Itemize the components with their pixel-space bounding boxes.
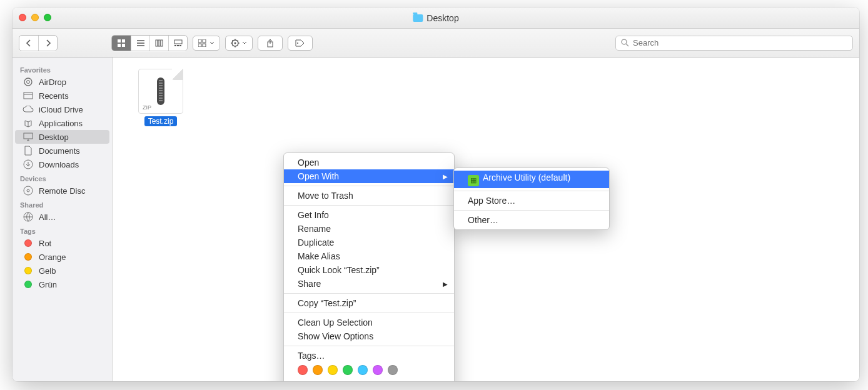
tag-dot-icon: [24, 267, 32, 274]
sidebar-item-label: All…: [39, 212, 56, 222]
svg-rect-12: [203, 39, 206, 42]
desktop-icon: [23, 132, 34, 142]
menu-move-to-trash[interactable]: Move to Trash: [284, 189, 454, 202]
sidebar-item-airdrop[interactable]: AirDrop: [15, 75, 109, 89]
svg-rect-10: [179, 45, 181, 46]
tag-color-gray[interactable]: [388, 365, 398, 375]
menu-make-alias[interactable]: Make Alias: [284, 249, 454, 263]
svg-rect-13: [198, 44, 201, 47]
menu-share[interactable]: Share▶: [284, 277, 454, 291]
close-button[interactable]: [19, 14, 26, 21]
minimize-button[interactable]: [31, 14, 39, 21]
tag-dot-icon: [24, 281, 32, 288]
sidebar-item-label: Rot: [39, 239, 51, 248]
sidebar-item-applications[interactable]: Applications: [15, 116, 109, 130]
menu-duplicate[interactable]: Duplicate: [284, 236, 454, 249]
sidebar-item-icloud[interactable]: iCloud Drive: [15, 102, 109, 116]
menu-open[interactable]: Open: [284, 156, 454, 169]
menu-get-info[interactable]: Get Info: [284, 208, 454, 222]
folder-icon: [413, 14, 423, 22]
sidebar-item-remotedisc[interactable]: Remote Disc: [15, 184, 109, 198]
svg-point-21: [27, 81, 30, 84]
sidebar-item-tag-green[interactable]: Grün: [15, 278, 109, 291]
context-menu: Open Open With▶ Move to Trash Get Info R…: [283, 152, 455, 381]
menu-separator: [454, 210, 609, 211]
share-button[interactable]: [258, 36, 283, 51]
view-segment: [111, 35, 188, 51]
sidebar-heading-tags: Tags: [13, 224, 112, 236]
maximize-button[interactable]: [44, 14, 51, 21]
airdrop-icon: [23, 77, 34, 87]
svg-point-20: [24, 78, 32, 86]
menu-tag-colors: [284, 362, 454, 380]
svg-rect-5: [158, 40, 160, 46]
svg-point-25: [24, 186, 33, 195]
search-input[interactable]: [633, 38, 847, 48]
sidebar-item-tag-orange[interactable]: Orange: [15, 250, 109, 264]
menu-tags[interactable]: Tags…: [284, 349, 454, 362]
sidebar-item-label: iCloud Drive: [39, 105, 83, 114]
submenu-arrow-icon: ▶: [443, 173, 448, 180]
tag-color-orange[interactable]: [313, 365, 323, 375]
menu-rename[interactable]: Rename: [284, 222, 454, 236]
tag-color-blue[interactable]: [358, 365, 368, 375]
tag-color-green[interactable]: [343, 365, 353, 375]
svg-point-26: [27, 189, 29, 192]
sidebar-item-desktop[interactable]: Desktop: [15, 130, 109, 144]
menu-copy[interactable]: Copy “Test.zip”: [284, 296, 454, 310]
svg-rect-22: [24, 92, 33, 99]
svg-rect-23: [24, 133, 33, 139]
gallery-view-button[interactable]: [168, 36, 187, 51]
traffic-lights: [19, 14, 51, 21]
archive-utility-icon: ▦: [468, 175, 479, 186]
menu-separator: [284, 205, 454, 206]
menu-separator: [284, 186, 454, 186]
tag-color-red[interactable]: [298, 365, 308, 375]
submenu-app-store[interactable]: App Store…: [454, 194, 609, 208]
tag-dot-icon: [24, 253, 32, 261]
sidebar-item-label: Applications: [39, 119, 83, 128]
sidebar-item-recents[interactable]: Recents: [15, 89, 109, 102]
sidebar-item-all[interactable]: All…: [15, 210, 109, 224]
svg-rect-8: [174, 45, 176, 46]
sidebar-item-label: Desktop: [39, 132, 69, 142]
column-view-button[interactable]: [149, 36, 168, 51]
tag-color-yellow[interactable]: [328, 365, 338, 375]
toolbar: [13, 29, 859, 58]
action-button[interactable]: [225, 36, 253, 51]
sidebar-item-documents[interactable]: Documents: [15, 144, 109, 158]
forward-button[interactable]: [38, 36, 57, 51]
sidebar-item-downloads[interactable]: Downloads: [15, 158, 109, 171]
sidebar-item-label: Documents: [39, 146, 80, 156]
arrange-button[interactable]: [193, 36, 220, 51]
file-item[interactable]: ZIP Test.zip: [133, 69, 188, 126]
sidebar: Favorites AirDrop Recents iCloud Drive A…: [13, 58, 113, 381]
file-area[interactable]: ZIP Test.zip Open Open With▶ Move to Tra…: [113, 58, 859, 381]
svg-rect-7: [174, 40, 182, 44]
svg-rect-0: [118, 39, 121, 42]
list-view-button[interactable]: [131, 36, 149, 51]
sidebar-item-label: Recents: [39, 91, 69, 101]
titlebar: Desktop: [13, 8, 859, 29]
window-title: Desktop: [426, 13, 458, 23]
icon-view-button[interactable]: [112, 36, 131, 51]
sidebar-item-label: AirDrop: [39, 78, 66, 87]
tag-color-purple[interactable]: [373, 365, 383, 375]
back-button[interactable]: [19, 36, 38, 51]
sidebar-item-label: Downloads: [39, 160, 79, 169]
sidebar-item-label: Grün: [39, 280, 57, 289]
tag-button[interactable]: [288, 36, 313, 51]
search-field[interactable]: [615, 36, 853, 51]
submenu-other[interactable]: Other…: [454, 213, 609, 227]
menu-view-options[interactable]: Show View Options: [284, 329, 454, 343]
submenu-archive-utility[interactable]: ▦Archive Utility (default): [454, 171, 609, 188]
recents-icon: [23, 91, 34, 101]
menu-open-with[interactable]: Open With▶: [284, 169, 454, 183]
menu-clean-up[interactable]: Clean Up Selection: [284, 316, 454, 329]
svg-point-18: [297, 42, 298, 44]
sidebar-item-tag-yellow[interactable]: Gelb: [15, 264, 109, 278]
sidebar-item-tag-red[interactable]: Rot: [15, 236, 109, 250]
open-with-submenu: ▦Archive Utility (default) App Store… Ot…: [453, 168, 610, 230]
disc-icon: [23, 186, 34, 196]
menu-quick-look[interactable]: Quick Look “Test.zip”: [284, 263, 454, 277]
